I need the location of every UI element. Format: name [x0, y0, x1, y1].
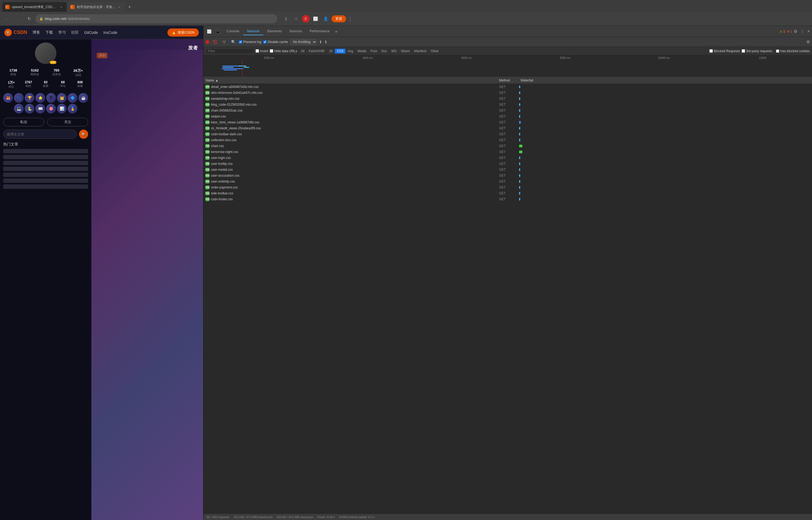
hide-data-urls-input[interactable]: [270, 49, 273, 53]
csdn-nav-inscode[interactable]: InsCode: [103, 30, 117, 35]
table-row[interactable]: CSS csdn-toolbar-dark.css GET: [203, 131, 812, 137]
tab-2[interactable]: C 程序员的知识仓库：开发... ×: [67, 2, 125, 12]
table-row[interactable]: CSS order-payment.css GET: [203, 184, 812, 190]
inspect-button[interactable]: ⬜: [205, 28, 213, 35]
table-row[interactable]: CSS detail_enter-a049487e0d.min.css GET: [203, 84, 812, 90]
tab-console[interactable]: Console: [223, 27, 243, 35]
table-row[interactable]: CSS user-accusation.css GET: [203, 173, 812, 179]
csdn-nav-learn[interactable]: 学习: [58, 30, 66, 35]
browser-menu-button[interactable]: ⋮: [348, 16, 353, 22]
private-message-button[interactable]: 私信: [3, 118, 44, 126]
device-button[interactable]: 📱: [214, 28, 221, 35]
tab-elements[interactable]: Elements: [263, 27, 285, 35]
settings-button[interactable]: ⚙: [794, 29, 797, 34]
refresh-button[interactable]: ↻: [25, 15, 33, 23]
filter-wasm[interactable]: Wasm: [399, 49, 412, 53]
table-row[interactable]: CSS user-login.css GET: [203, 155, 812, 161]
extension-button[interactable]: ⬜: [311, 15, 320, 23]
network-settings-button[interactable]: ⚙: [806, 40, 810, 44]
filter-doc[interactable]: Doc: [379, 49, 389, 53]
filter-font[interactable]: Font: [368, 49, 379, 53]
table-row[interactable]: CSS user-ordertip.css GET: [203, 179, 812, 184]
table-row[interactable]: CSS chart-3456820cac.css GET: [203, 108, 812, 113]
tab-1-close[interactable]: ×: [59, 5, 63, 9]
filter-img[interactable]: Img: [345, 49, 355, 53]
row-name-text: blog_code-01256533b5.min.css: [211, 103, 257, 106]
close-devtools-button[interactable]: ×: [807, 29, 810, 34]
table-row[interactable]: CSS tomorrow-night.css GET: [203, 149, 812, 155]
tab-2-close[interactable]: ×: [117, 5, 121, 9]
csdn-nav-community[interactable]: 社区: [71, 30, 79, 35]
hide-data-urls-checkbox[interactable]: Hide data URLs: [270, 49, 297, 53]
filter-css[interactable]: CSS: [335, 49, 346, 53]
search-input-area: 🔍: [3, 130, 88, 139]
waterfall-indicator: [519, 97, 520, 100]
tab-network[interactable]: Network: [243, 27, 263, 35]
filter-js[interactable]: JS: [327, 49, 335, 53]
third-party-input[interactable]: [741, 49, 745, 53]
profile-button[interactable]: 👤: [321, 15, 330, 23]
tab-1[interactable]: C upward_tomato的博客_CSDN博... ×: [2, 2, 67, 12]
blocked-requests-input[interactable]: [709, 49, 713, 53]
csdn-nav-blog[interactable]: 博客: [32, 30, 40, 35]
row-waterfall: [519, 84, 812, 90]
tab-sources[interactable]: Sources: [286, 27, 306, 35]
follow-button[interactable]: 关注: [47, 118, 88, 126]
search-button[interactable]: 🔍: [230, 38, 237, 46]
record-button[interactable]: [205, 40, 209, 44]
table-row[interactable]: CSS sandalstrap.min.css GET: [203, 96, 812, 102]
blocked-requests-checkbox[interactable]: Blocked Requests: [709, 49, 740, 53]
throttle-select[interactable]: No throttling: [290, 39, 317, 45]
table-row[interactable]: CSS collection-box.css GET: [203, 137, 812, 143]
blog-search-input[interactable]: [3, 130, 77, 139]
filter-button[interactable]: ▽: [221, 38, 228, 46]
filter-all[interactable]: All: [299, 49, 307, 53]
filter-fetch-xhr[interactable]: Fetch/XHR: [307, 49, 327, 53]
invert-input[interactable]: [255, 49, 259, 53]
url-bar[interactable]: 🔒 blog.csdn.net/ /article/details/: [35, 14, 277, 23]
csdn-extension[interactable]: C: [302, 15, 310, 23]
css-file-icon: CSS: [205, 185, 209, 189]
blog-search-button[interactable]: 🔍: [79, 130, 88, 139]
csdn-nav-gitcode[interactable]: GitCode: [84, 30, 98, 35]
clear-button[interactable]: 🚫: [212, 38, 219, 46]
import-button[interactable]: ⬆: [319, 40, 322, 44]
filter-other[interactable]: Other: [428, 49, 441, 53]
table-row[interactable]: CSS user-tooltip.css GET: [203, 161, 812, 167]
invert-checkbox[interactable]: Invert: [255, 49, 268, 53]
csdn-nav-download[interactable]: 下载: [46, 30, 53, 35]
preserve-log-input[interactable]: [239, 40, 242, 44]
more-tabs-button[interactable]: »: [333, 29, 339, 34]
back-button[interactable]: ←: [3, 15, 12, 23]
more-options-button[interactable]: ⋮: [799, 28, 806, 35]
filter-input[interactable]: [205, 48, 254, 54]
csdn-search-button[interactable]: 🔥 搜索CSDN: [167, 28, 199, 36]
table-row[interactable]: CSS swiper.css GET: [203, 113, 812, 120]
forward-button[interactable]: →: [14, 15, 23, 23]
tab-performance[interactable]: Performance: [306, 27, 333, 35]
filter-ws[interactable]: WS: [389, 49, 399, 53]
filter-manifest[interactable]: Manifest: [412, 49, 428, 53]
disable-cache-input[interactable]: [263, 40, 267, 44]
has-blocked-cookies-checkbox[interactable]: Has blocked cookies: [776, 49, 810, 53]
table-row[interactable]: CSS blog_code-01256533b5.min.css GET: [203, 102, 812, 108]
csdn-logo[interactable]: 🐒 CSDN: [4, 29, 27, 36]
filter-media[interactable]: Media: [355, 49, 368, 53]
table-row[interactable]: CSS chart.css GET: [203, 143, 812, 149]
row-waterfall: [519, 90, 812, 96]
table-row[interactable]: CSS ck_htmledit_views-25cebea3f9.css GET: [203, 125, 812, 131]
table-row[interactable]: CSS skin-clickmove-2e0d1a447c.min.css GE…: [203, 90, 812, 96]
table-row[interactable]: CSS kdoc_html_views-1a98987dfd.css GET: [203, 120, 812, 125]
export-button[interactable]: ⬇: [324, 40, 328, 44]
preserve-log-checkbox[interactable]: Preserve log: [239, 40, 261, 44]
disable-cache-checkbox[interactable]: Disable cache: [263, 40, 288, 44]
table-row[interactable]: CSS user-medal.css GET: [203, 167, 812, 173]
new-tab-button[interactable]: +: [125, 3, 134, 11]
table-row[interactable]: CSS side-toolbar.css GET: [203, 190, 812, 196]
table-row[interactable]: CSS csdn-footer.css GET: [203, 196, 812, 202]
update-button[interactable]: 更新: [332, 15, 346, 22]
bookmark-button[interactable]: ☆: [292, 15, 300, 23]
share-button[interactable]: ⇫: [282, 15, 290, 23]
has-blocked-cookies-input[interactable]: [776, 50, 779, 53]
third-party-checkbox[interactable]: 3rd-party requests: [741, 49, 772, 53]
